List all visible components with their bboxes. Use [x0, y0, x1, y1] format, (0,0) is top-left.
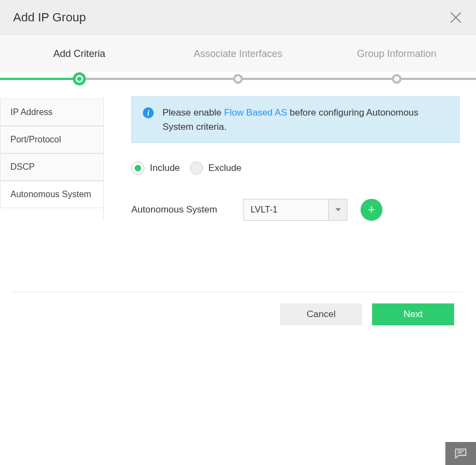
flow-based-as-link[interactable]: Flow Based AS [224, 107, 287, 118]
dialog-title: Add IP Group [13, 10, 86, 25]
wizard-track [0, 72, 476, 85]
alert-prefix: Please enable [162, 107, 224, 118]
step-node-1 [73, 72, 86, 85]
radio-icon [190, 162, 203, 175]
include-exclude-group: Include Exclude [131, 162, 460, 175]
track-line-done [0, 78, 79, 80]
criteria-sidebar: IP Address Port/Protocol DSCP Autonomous… [0, 96, 104, 221]
wizard-steps: Add Criteria Associate Interfaces Group … [0, 35, 476, 72]
info-icon: i [143, 107, 154, 118]
step-node-3 [392, 74, 402, 84]
close-icon[interactable] [449, 10, 463, 25]
step-node-2 [233, 74, 243, 84]
criteria-main: i Please enable Flow Based AS before con… [104, 96, 476, 221]
sidebar-item-port-protocol[interactable]: Port/Protocol [0, 126, 103, 153]
radio-icon [131, 162, 144, 175]
info-alert: i Please enable Flow Based AS before con… [131, 96, 460, 143]
exclude-label: Exclude [208, 163, 241, 174]
as-form-row: Autonomous System LVLT-1 + [131, 199, 460, 221]
dialog-body: IP Address Port/Protocol DSCP Autonomous… [0, 85, 476, 221]
sidebar-item-dscp[interactable]: DSCP [0, 153, 103, 181]
footer-divider [13, 292, 463, 292]
add-as-button[interactable]: + [361, 199, 382, 221]
sidebar-item-ip-address[interactable]: IP Address [0, 99, 103, 126]
as-field-label: Autonomous System [131, 204, 227, 215]
step-add-criteria[interactable]: Add Criteria [0, 48, 159, 60]
alert-text: Please enable Flow Based AS before confi… [162, 106, 448, 134]
include-radio[interactable]: Include [131, 162, 180, 175]
dialog-header: Add IP Group [0, 0, 476, 35]
exclude-radio[interactable]: Exclude [190, 162, 241, 175]
as-select-value: LVLT-1 [251, 205, 277, 215]
dialog-footer: Cancel Next [0, 303, 476, 325]
cancel-button[interactable]: Cancel [280, 303, 362, 325]
step-associate-interfaces[interactable]: Associate Interfaces [159, 48, 317, 60]
chat-widget-button[interactable] [445, 442, 476, 465]
include-label: Include [150, 163, 180, 174]
sidebar-item-autonomous-system[interactable]: Autonomous System [0, 181, 103, 208]
step-group-information[interactable]: Group Information [317, 48, 476, 60]
next-button[interactable]: Next [372, 303, 454, 325]
chevron-down-icon [328, 199, 347, 220]
chat-icon [453, 446, 468, 461]
plus-icon: + [368, 203, 375, 217]
as-select[interactable]: LVLT-1 [243, 199, 347, 221]
